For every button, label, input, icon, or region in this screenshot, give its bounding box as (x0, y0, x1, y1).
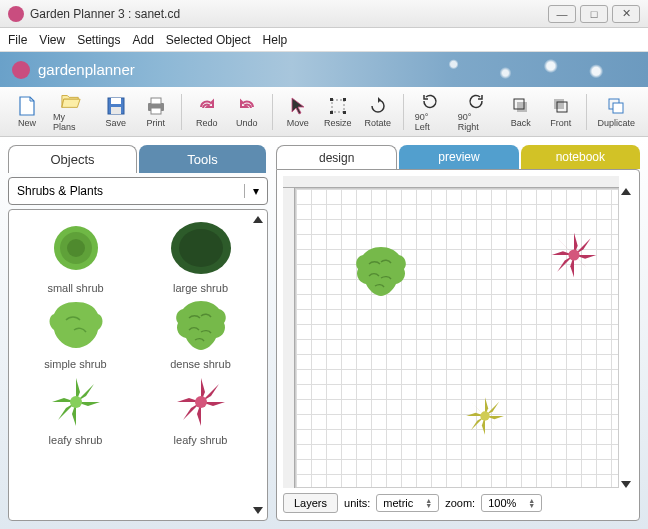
canvas-bottom-bar: Layers units: metric▲▼ zoom: 100%▲▼ (283, 488, 633, 514)
palette-item-dense-shrub[interactable]: dense shrub (142, 298, 259, 370)
palette-item-simple-shrub[interactable]: simple shrub (17, 298, 134, 370)
scroll-down-icon[interactable] (621, 481, 631, 488)
redo-icon (197, 96, 217, 116)
right-panel: design preview notebook Layers (276, 145, 640, 521)
menu-add[interactable]: Add (133, 33, 154, 47)
duplicate-button[interactable]: Duplicate (593, 90, 640, 134)
svg-point-19 (67, 239, 85, 257)
duplicate-icon (606, 96, 626, 116)
my-plans-button[interactable]: My Plans (48, 90, 95, 134)
back-button[interactable]: Back (502, 90, 540, 134)
stepper-icon: ▲▼ (425, 498, 432, 508)
dropdown-arrow-icon: ▾ (244, 184, 259, 198)
scroll-up-icon[interactable] (253, 216, 263, 223)
brand-bar: gardenplanner (0, 52, 648, 87)
placed-leafy-shrub-yellow[interactable] (461, 394, 509, 438)
move-button[interactable]: Move (279, 90, 317, 134)
placed-dense-shrub[interactable] (351, 244, 411, 300)
tab-preview[interactable]: preview (399, 145, 518, 169)
menubar: File View Settings Add Selected Object H… (0, 28, 648, 52)
units-select[interactable]: metric▲▼ (376, 494, 439, 512)
svg-rect-9 (330, 111, 333, 114)
svg-rect-8 (343, 98, 346, 101)
palette-item-small-shrub[interactable]: small shrub (17, 218, 134, 294)
bring-front-icon (551, 96, 571, 116)
resize-button[interactable]: Resize (319, 90, 357, 134)
send-back-icon (511, 96, 531, 116)
left-panel: Objects Tools Shrubs & Plants ▾ small sh… (8, 145, 268, 521)
menu-selected-object[interactable]: Selected Object (166, 33, 251, 47)
canvas-scrollbar-vertical[interactable] (619, 188, 633, 488)
svg-point-25 (480, 411, 489, 420)
print-button[interactable]: Print (137, 90, 175, 134)
minimize-button[interactable]: — (548, 5, 576, 23)
svg-rect-6 (332, 100, 344, 112)
svg-rect-11 (517, 102, 527, 112)
units-label: units: (344, 497, 370, 509)
category-select[interactable]: Shrubs & Plants ▾ (8, 177, 268, 205)
leafy-shrub-green-icon (46, 374, 106, 430)
print-icon (146, 96, 166, 116)
scroll-down-icon[interactable] (253, 507, 263, 514)
save-icon (106, 96, 126, 116)
design-canvas[interactable] (295, 188, 619, 488)
menu-help[interactable]: Help (263, 33, 288, 47)
palette-item-large-shrub[interactable]: large shrub (142, 218, 259, 294)
window-title: Garden Planner 3 : sanet.cd (30, 7, 548, 21)
dense-shrub-icon (171, 298, 231, 354)
palette-item-leafy-shrub-green[interactable]: leafy shrub (17, 374, 134, 446)
object-palette: small shrub large shrub simple shrub den… (8, 209, 268, 521)
stepper-icon: ▲▼ (528, 498, 535, 508)
tab-objects[interactable]: Objects (8, 145, 137, 173)
rotate-right-icon (466, 92, 486, 110)
leafy-shrub-red-icon (171, 374, 231, 430)
new-button[interactable]: New (8, 90, 46, 134)
new-file-icon (17, 96, 37, 116)
rotate-button[interactable]: Rotate (359, 90, 397, 134)
svg-rect-2 (111, 107, 121, 114)
palette-scrollbar[interactable] (251, 216, 265, 514)
tab-notebook[interactable]: notebook (521, 145, 640, 169)
category-value: Shrubs & Plants (17, 184, 103, 198)
menu-file[interactable]: File (8, 33, 27, 47)
menu-settings[interactable]: Settings (77, 33, 120, 47)
rotate-right-button[interactable]: 90° Right (453, 90, 500, 134)
zoom-select[interactable]: 100%▲▼ (481, 494, 542, 512)
resize-icon (328, 96, 348, 116)
rotate-icon (368, 96, 388, 116)
close-button[interactable]: ✕ (612, 5, 640, 23)
brand-logo-icon (12, 61, 30, 79)
layers-button[interactable]: Layers (283, 493, 338, 513)
menu-view[interactable]: View (39, 33, 65, 47)
app-icon (8, 6, 24, 22)
titlebar: Garden Planner 3 : sanet.cd — □ ✕ (0, 0, 648, 28)
svg-point-22 (70, 396, 82, 408)
tab-tools[interactable]: Tools (139, 145, 266, 173)
redo-button[interactable]: Redo (188, 90, 226, 134)
palette-item-leafy-shrub-red[interactable]: leafy shrub (142, 374, 259, 446)
svg-rect-4 (151, 98, 161, 104)
svg-rect-13 (554, 99, 564, 109)
svg-rect-5 (151, 108, 161, 114)
placed-leafy-shrub-red[interactable] (546, 229, 602, 281)
svg-rect-7 (330, 98, 333, 101)
small-shrub-icon (46, 218, 106, 278)
vertical-ruler (283, 188, 295, 488)
undo-button[interactable]: Undo (228, 90, 266, 134)
svg-point-23 (195, 396, 207, 408)
scroll-up-icon[interactable] (621, 188, 631, 195)
horizontal-ruler (283, 176, 619, 188)
rotate-left-button[interactable]: 90° Left (410, 90, 451, 134)
svg-point-21 (179, 229, 223, 267)
svg-point-24 (568, 249, 579, 260)
front-button[interactable]: Front (542, 90, 580, 134)
undo-icon (237, 96, 257, 116)
svg-rect-16 (613, 103, 623, 113)
maximize-button[interactable]: □ (580, 5, 608, 23)
svg-rect-1 (111, 98, 121, 104)
svg-rect-10 (343, 111, 346, 114)
tab-design[interactable]: design (276, 145, 397, 169)
move-cursor-icon (288, 96, 308, 116)
save-button[interactable]: Save (97, 90, 135, 134)
zoom-label: zoom: (445, 497, 475, 509)
